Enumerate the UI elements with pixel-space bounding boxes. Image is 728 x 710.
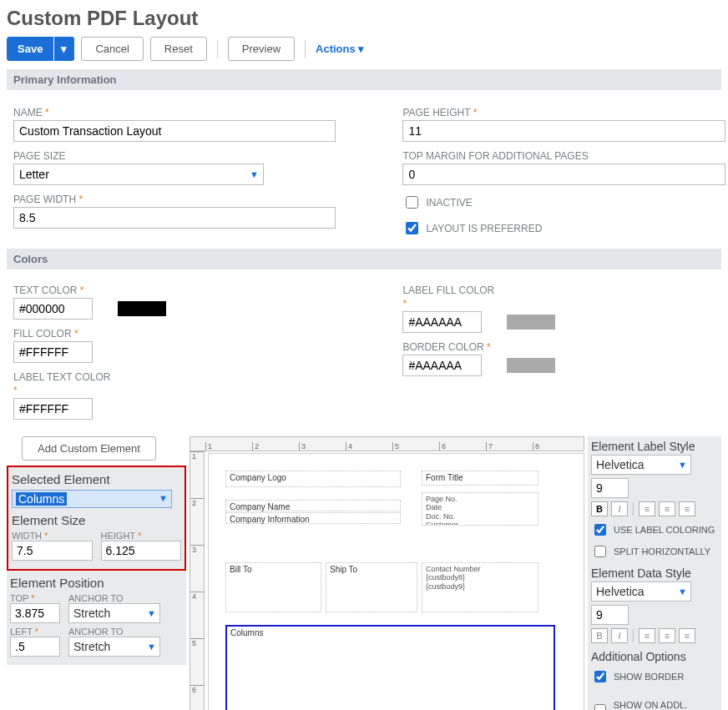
element-data-style-heading: Element Data Style — [591, 566, 718, 580]
element-page-no-block[interactable]: Page No. Date Doc. No. Customer Body Fie… — [422, 492, 538, 526]
name-input[interactable] — [13, 120, 336, 142]
show-addl-pages-checkbox[interactable] — [594, 704, 606, 710]
separator — [633, 502, 634, 516]
data-font-select[interactable]: Helvetica▼ — [591, 582, 691, 602]
element-form-title[interactable]: Form Title — [422, 471, 538, 486]
border-color-label: BORDER COLOR — [402, 341, 725, 353]
chevron-down-icon: ▼ — [147, 608, 156, 618]
preferred-label: LAYOUT IS PREFERRED — [426, 223, 542, 234]
element-contact-number[interactable]: Contact Number {custbody8} {custbody9} — [422, 562, 538, 612]
selected-element-select[interactable]: Columns ▼ — [12, 490, 172, 508]
element-size-heading: Element Size — [12, 513, 181, 527]
italic-button[interactable]: I — [611, 501, 628, 516]
top-margin-input[interactable] — [402, 164, 725, 185]
align-center-button[interactable]: ≡ — [659, 501, 675, 516]
label-fill-color-swatch[interactable] — [507, 315, 555, 330]
text-color-input[interactable] — [13, 298, 93, 320]
border-color-swatch[interactable] — [507, 358, 555, 373]
split-horizontally-row[interactable]: SPLIT HORIZONTALLY — [591, 543, 718, 560]
top-input[interactable] — [10, 603, 60, 623]
page-title: Custom PDF Layout — [7, 7, 721, 30]
toolbar-separator — [305, 40, 306, 58]
element-columns[interactable]: Columns — [225, 625, 555, 710]
element-bill-to[interactable]: Bill To — [225, 562, 321, 612]
bold-button[interactable]: B — [591, 501, 608, 516]
width-input[interactable] — [12, 541, 93, 561]
inactive-checkbox[interactable] — [406, 196, 418, 209]
label-fill-color-input[interactable] — [402, 311, 482, 333]
element-ship-to[interactable]: Ship To — [326, 562, 417, 612]
element-company-logo[interactable]: Company Logo — [225, 471, 401, 487]
chevron-down-icon: ▾ — [358, 43, 364, 55]
chevron-down-icon: ▼ — [147, 642, 156, 652]
label-text-color-label: LABEL TEXT COLOR — [13, 371, 336, 383]
save-dropdown-button[interactable]: ▾ — [53, 37, 74, 61]
show-border-checkbox[interactable] — [594, 671, 606, 682]
page-height-label: PAGE HEIGHT — [402, 107, 725, 118]
page-height-input[interactable] — [402, 120, 725, 142]
use-label-coloring-checkbox[interactable] — [594, 524, 606, 536]
show-border-row[interactable]: SHOW BORDER — [591, 668, 718, 685]
height-label: HEIGHT — [101, 531, 182, 541]
preferred-checkbox-row[interactable]: LAYOUT IS PREFERRED — [402, 219, 725, 237]
label-text-color-input[interactable] — [13, 398, 93, 420]
save-button[interactable]: Save — [7, 37, 53, 61]
preferred-checkbox[interactable] — [406, 222, 418, 234]
align-center-button[interactable]: ≡ — [659, 628, 675, 643]
chevron-down-icon: ▼ — [678, 587, 687, 597]
inactive-checkbox-row[interactable]: INACTIVE — [402, 194, 725, 211]
inactive-label: INACTIVE — [426, 197, 472, 209]
left-input[interactable] — [10, 637, 60, 657]
italic-button[interactable]: I — [611, 628, 628, 643]
toolbar-separator — [217, 40, 218, 58]
element-position-heading: Element Position — [10, 576, 183, 590]
label-format-row: B I ≡ ≡ ≡ — [591, 501, 718, 516]
align-right-button[interactable]: ≡ — [679, 501, 695, 516]
data-font-size-input[interactable] — [591, 605, 629, 625]
left-label: LEFT — [10, 627, 60, 637]
align-left-button[interactable]: ≡ — [639, 501, 655, 516]
ruler-vertical: 123456 — [190, 451, 205, 710]
data-format-row: B I ≡ ≡ ≡ — [591, 628, 718, 643]
border-color-input[interactable] — [402, 355, 482, 376]
show-addl-pages-row[interactable]: SHOW ON ADDL. PAGES — [591, 700, 718, 710]
height-input[interactable] — [101, 541, 182, 561]
anchor-to-label: ANCHOR TO — [68, 627, 183, 637]
additional-options-heading: Additional Options — [591, 650, 718, 663]
add-custom-element-button[interactable]: Add Custom Element — [22, 436, 156, 461]
align-left-button[interactable]: ≡ — [639, 628, 655, 643]
label-font-select[interactable]: Helvetica▼ — [591, 455, 691, 475]
preview-button[interactable]: Preview — [228, 37, 295, 61]
page-width-input[interactable] — [13, 207, 336, 229]
align-right-button[interactable]: ≡ — [679, 628, 695, 643]
ruler-horizontal: 12345678 — [190, 436, 584, 451]
element-label-style-heading: Element Label Style — [591, 440, 718, 453]
section-colors: Colors — [7, 249, 721, 269]
right-panel: Element Label Style Helvetica▼ B I ≡ ≡ ≡… — [588, 436, 721, 710]
fill-color-input[interactable] — [13, 341, 93, 363]
separator — [633, 629, 634, 642]
anchor-top-select[interactable]: Stretch▼ — [68, 603, 160, 623]
page-surface[interactable]: Company Logo Form Title Company Name Com… — [208, 453, 584, 710]
text-color-swatch[interactable] — [118, 301, 166, 316]
anchor-left-select[interactable]: Stretch▼ — [68, 637, 160, 657]
layout-canvas[interactable]: 12345678 123456 Company Logo Form Title … — [190, 436, 584, 710]
reset-button[interactable]: Reset — [150, 37, 207, 61]
selected-element-heading: Selected Element — [12, 472, 181, 486]
chevron-down-icon: ▼ — [678, 460, 687, 470]
anchor-to-label: ANCHOR TO — [68, 593, 183, 603]
page-width-label: PAGE WIDTH — [13, 194, 336, 205]
element-company-information[interactable]: Company Information — [225, 512, 401, 524]
top-margin-label: TOP MARGIN FOR ADDITIONAL PAGES — [402, 150, 725, 162]
actions-menu[interactable]: Actions ▾ — [316, 43, 364, 55]
toolbar: Save ▾ Cancel Reset Preview Actions ▾ — [7, 37, 721, 61]
element-company-name[interactable]: Company Name — [225, 500, 401, 511]
split-horizontally-checkbox[interactable] — [594, 546, 606, 557]
selected-element-box: Selected Element Columns ▼ Element Size … — [7, 466, 186, 571]
label-font-size-input[interactable] — [591, 478, 629, 498]
use-label-coloring-row[interactable]: USE LABEL COLORING — [591, 521, 718, 538]
bold-button[interactable]: B — [591, 628, 608, 643]
cancel-button[interactable]: Cancel — [81, 37, 143, 61]
page-size-select[interactable] — [13, 164, 264, 185]
save-split-button[interactable]: Save ▾ — [7, 37, 74, 61]
